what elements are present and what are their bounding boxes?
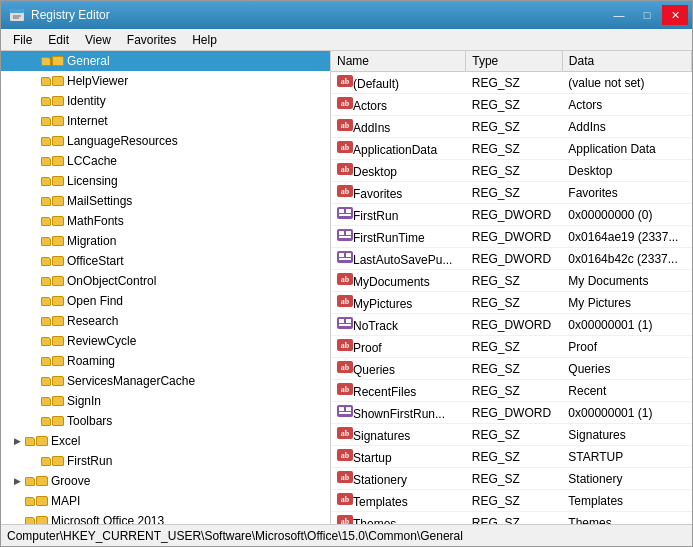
reg-type-icon: ab bbox=[337, 297, 353, 311]
tree-item[interactable]: ReviewCycle bbox=[1, 331, 330, 351]
svg-rect-21 bbox=[339, 231, 344, 235]
folder-icons bbox=[25, 476, 48, 486]
tree-expander-icon bbox=[25, 231, 41, 251]
tree-item[interactable]: ▶Excel bbox=[1, 431, 330, 451]
tree-item[interactable]: MathFonts bbox=[1, 211, 330, 231]
reg-entry-name: MyDocuments bbox=[353, 275, 430, 289]
tree-item[interactable]: HelpViewer bbox=[1, 71, 330, 91]
table-row[interactable]: ab ActorsREG_SZActors bbox=[331, 94, 692, 116]
svg-rect-26 bbox=[346, 253, 351, 257]
table-row[interactable]: ab QueriesREG_SZQueries bbox=[331, 358, 692, 380]
tree-item[interactable]: ▶Groove bbox=[1, 471, 330, 491]
tree-item[interactable]: Research bbox=[1, 311, 330, 331]
tree-expander-icon bbox=[25, 91, 41, 111]
table-row[interactable]: LastAutoSavePu...REG_DWORD0x0164b42c (23… bbox=[331, 248, 692, 270]
reg-data-cell: Application Data bbox=[562, 138, 691, 160]
reg-entry-name: AddIns bbox=[353, 121, 390, 135]
reg-entry-name: FirstRunTime bbox=[353, 231, 425, 245]
reg-data-cell: (value not set) bbox=[562, 72, 691, 94]
menu-item-help[interactable]: Help bbox=[184, 31, 225, 49]
svg-text:ab: ab bbox=[341, 165, 350, 174]
table-row[interactable]: ab StartupREG_SZSTARTUP bbox=[331, 446, 692, 468]
folder-icon bbox=[41, 197, 51, 206]
tree-item[interactable]: Roaming bbox=[1, 351, 330, 371]
tree-item[interactable]: Identity bbox=[1, 91, 330, 111]
table-row[interactable]: ab RecentFilesREG_SZRecent bbox=[331, 380, 692, 402]
svg-text:ab: ab bbox=[341, 385, 350, 394]
reg-name-cell: ab Actors bbox=[331, 94, 466, 116]
tree-panel[interactable]: GeneralHelpViewerIdentityInternetLanguag… bbox=[1, 51, 331, 524]
tree-item[interactable]: LanguageResources bbox=[1, 131, 330, 151]
folder-icons bbox=[41, 296, 64, 306]
folder-icon-2 bbox=[52, 416, 64, 426]
reg-data-cell: My Documents bbox=[562, 270, 691, 292]
table-row[interactable]: ab ProofREG_SZProof bbox=[331, 336, 692, 358]
reg-type-icon bbox=[337, 319, 353, 333]
minimize-button[interactable]: — bbox=[606, 5, 632, 25]
folder-icon-2 bbox=[52, 116, 64, 126]
tree-item-label: MathFonts bbox=[67, 214, 124, 228]
table-row[interactable]: NoTrackREG_DWORD0x00000001 (1) bbox=[331, 314, 692, 336]
menu-item-favorites[interactable]: Favorites bbox=[119, 31, 184, 49]
tree-item[interactable]: Migration bbox=[1, 231, 330, 251]
folder-icons bbox=[41, 136, 64, 146]
close-button[interactable]: ✕ bbox=[662, 5, 688, 25]
svg-rect-23 bbox=[339, 236, 351, 238]
tree-item[interactable]: MailSettings bbox=[1, 191, 330, 211]
table-row[interactable]: FirstRunREG_DWORD0x00000000 (0) bbox=[331, 204, 692, 226]
table-row[interactable]: ab ThemesREG_SZThemes bbox=[331, 512, 692, 525]
table-row[interactable]: ab (Default)REG_SZ(value not set) bbox=[331, 72, 692, 94]
table-row[interactable]: ab AddInsREG_SZAddIns bbox=[331, 116, 692, 138]
table-row[interactable]: ab DesktopREG_SZDesktop bbox=[331, 160, 692, 182]
reg-data-cell: Queries bbox=[562, 358, 691, 380]
maximize-button[interactable]: □ bbox=[634, 5, 660, 25]
table-row[interactable]: ab FavoritesREG_SZFavorites bbox=[331, 182, 692, 204]
registry-panel[interactable]: Name Type Data ab (Default)REG_SZ(value … bbox=[331, 51, 692, 524]
table-row[interactable]: ab TemplatesREG_SZTemplates bbox=[331, 490, 692, 512]
svg-text:ab: ab bbox=[341, 429, 350, 438]
col-data: Data bbox=[562, 51, 691, 72]
svg-text:ab: ab bbox=[341, 99, 350, 108]
tree-item-label: Internet bbox=[67, 114, 108, 128]
reg-name-cell: FirstRun bbox=[331, 204, 466, 226]
tree-item[interactable]: Toolbars bbox=[1, 411, 330, 431]
folder-icons bbox=[41, 336, 64, 346]
tree-expander-icon bbox=[25, 251, 41, 271]
menu-item-file[interactable]: File bbox=[5, 31, 40, 49]
tree-item[interactable]: SignIn bbox=[1, 391, 330, 411]
table-row[interactable]: ab MyPicturesREG_SZMy Pictures bbox=[331, 292, 692, 314]
folder-icons bbox=[41, 416, 64, 426]
table-row[interactable]: ab StationeryREG_SZStationery bbox=[331, 468, 692, 490]
menu-item-edit[interactable]: Edit bbox=[40, 31, 77, 49]
reg-name-cell: NoTrack bbox=[331, 314, 466, 336]
tree-item[interactable]: OfficeStart bbox=[1, 251, 330, 271]
folder-icons bbox=[41, 456, 64, 466]
tree-item[interactable]: OnObjectControl bbox=[1, 271, 330, 291]
table-row[interactable]: ShownFirstRun...REG_DWORD0x00000001 (1) bbox=[331, 402, 692, 424]
reg-type-icon: ab bbox=[337, 495, 353, 509]
tree-item[interactable]: Microsoft Office 2013 bbox=[1, 511, 330, 524]
reg-type-icon: ab bbox=[337, 121, 353, 135]
reg-type-icon: ab bbox=[337, 187, 353, 201]
tree-item[interactable]: LCCache bbox=[1, 151, 330, 171]
reg-data-cell: STARTUP bbox=[562, 446, 691, 468]
table-row[interactable]: ab ApplicationDataREG_SZApplication Data bbox=[331, 138, 692, 160]
svg-rect-45 bbox=[339, 412, 351, 414]
tree-item[interactable]: FirstRun bbox=[1, 451, 330, 471]
tree-item[interactable]: Open Find bbox=[1, 291, 330, 311]
reg-type-icon: ab bbox=[337, 429, 353, 443]
tree-item[interactable]: General bbox=[1, 51, 330, 71]
tree-item[interactable]: Licensing bbox=[1, 171, 330, 191]
folder-icon-2 bbox=[52, 296, 64, 306]
tree-item[interactable]: MAPI bbox=[1, 491, 330, 511]
table-row[interactable]: ab SignaturesREG_SZSignatures bbox=[331, 424, 692, 446]
svg-rect-17 bbox=[339, 209, 344, 213]
reg-entry-name: NoTrack bbox=[353, 319, 398, 333]
table-row[interactable]: FirstRunTimeREG_DWORD0x0164ae19 (2337... bbox=[331, 226, 692, 248]
reg-entry-name: LastAutoSavePu... bbox=[353, 253, 452, 267]
tree-item[interactable]: Internet bbox=[1, 111, 330, 131]
tree-item[interactable]: ServicesManagerCache bbox=[1, 371, 330, 391]
tree-item-label: HelpViewer bbox=[67, 74, 128, 88]
menu-item-view[interactable]: View bbox=[77, 31, 119, 49]
table-row[interactable]: ab MyDocumentsREG_SZMy Documents bbox=[331, 270, 692, 292]
